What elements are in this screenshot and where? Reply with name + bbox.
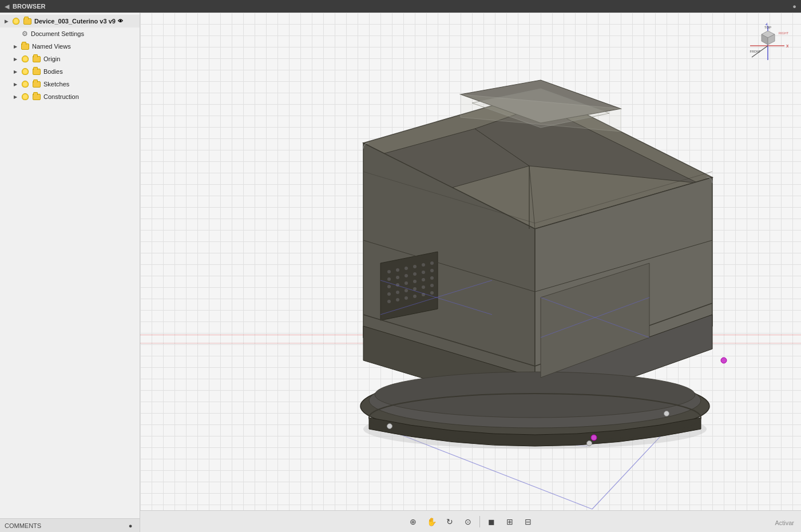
tree-folder-icon-named-views xyxy=(21,42,30,51)
gear-icon: ⚙ xyxy=(21,30,29,38)
tree-item-origin[interactable]: Origin xyxy=(0,53,140,65)
title-bar-close[interactable]: ● xyxy=(792,3,796,10)
tree-root-bulb-icon xyxy=(11,17,21,26)
browser-bottom-bar: COMMENTS ● xyxy=(0,518,140,532)
view-gizmo[interactable]: TOP RIGHT FRONT X Z xyxy=(747,23,788,64)
tree-label-document-settings: Document Settings xyxy=(31,30,84,37)
tree-label-bodies: Bodies xyxy=(43,68,63,75)
tree-item-named-views[interactable]: Named Views xyxy=(0,40,140,53)
tree-arrow-doc xyxy=(11,30,19,38)
tree-folder-icon-origin xyxy=(32,54,41,63)
toolbar-separator-1 xyxy=(479,516,480,527)
tree-bulb-icon-origin xyxy=(21,54,30,63)
tree-item-construction[interactable]: Construction xyxy=(0,90,140,103)
viewport-grid xyxy=(140,13,801,532)
tree-bulb-icon-construction xyxy=(21,92,30,101)
svg-text:TOP: TOP xyxy=(764,26,771,29)
tree-root-folder-icon xyxy=(23,17,32,26)
comments-label: COMMENTS xyxy=(5,522,41,529)
tree-arrow-bodies[interactable] xyxy=(11,68,19,76)
layout-button[interactable]: ⊟ xyxy=(520,514,536,530)
tree-item-bodies[interactable]: Bodies xyxy=(0,65,140,78)
title-bar-title: BROWSER xyxy=(13,3,45,10)
tree-bulb-icon-sketches xyxy=(21,80,30,89)
tree-label-origin: Origin xyxy=(43,55,60,62)
browser-title-bar: ◀ BROWSER ● xyxy=(0,0,801,13)
tree-folder-icon-sketches xyxy=(32,80,41,89)
svg-text:Z: Z xyxy=(766,23,768,26)
grid-button[interactable]: ⊞ xyxy=(502,514,518,530)
axis-horizontal xyxy=(140,335,801,335)
tree-label-named-views: Named Views xyxy=(32,43,71,50)
svg-text:RIGHT: RIGHT xyxy=(779,31,788,35)
viewport[interactable]: TOP RIGHT FRONT X Z ⊕ ✋ ↻ ⊙ ◼ ⊞ ⊟ Activa… xyxy=(140,13,801,532)
tree-arrow-origin[interactable] xyxy=(11,55,19,63)
main-layout: Device_003_Cuterino v3 v9 👁 ⚙ Document S… xyxy=(0,13,801,532)
activar-label: Activar xyxy=(775,519,794,526)
tree-item-document-settings[interactable]: ⚙ Document Settings xyxy=(0,27,140,40)
display-mode-button[interactable]: ◼ xyxy=(483,514,499,530)
svg-text:X: X xyxy=(786,44,788,48)
tree-item-sketches[interactable]: Sketches xyxy=(0,78,140,90)
tree-root-item[interactable]: Device_003_Cuterino v3 v9 👁 xyxy=(0,15,140,27)
browser-panel: Device_003_Cuterino v3 v9 👁 ⚙ Document S… xyxy=(0,13,140,532)
title-bar-arrow[interactable]: ◀ xyxy=(5,3,9,10)
tree-label-sketches: Sketches xyxy=(43,81,69,88)
orbit-button[interactable]: ↻ xyxy=(442,514,458,530)
pan-button[interactable]: ✋ xyxy=(423,514,439,530)
tree-root-label: Device_003_Cuterino v3 v9 xyxy=(34,18,116,25)
bottom-toolbar: ⊕ ✋ ↻ ⊙ ◼ ⊞ ⊟ xyxy=(140,510,801,532)
tree-root-arrow[interactable] xyxy=(2,17,10,25)
tree-arrow-sketches[interactable] xyxy=(11,80,19,88)
gizmo-svg: TOP RIGHT FRONT X Z xyxy=(747,23,788,64)
browser-tree: Device_003_Cuterino v3 v9 👁 ⚙ Document S… xyxy=(0,13,140,518)
tree-arrow-construction[interactable] xyxy=(11,93,19,101)
zoom-button[interactable]: ⊙ xyxy=(460,514,476,530)
tree-folder-icon-construction xyxy=(32,92,41,101)
tree-arrow-named-views[interactable] xyxy=(11,42,19,50)
tree-root-eye[interactable]: 👁 xyxy=(117,17,125,25)
comments-dot-btn[interactable]: ● xyxy=(126,521,135,530)
svg-text:FRONT: FRONT xyxy=(750,50,762,53)
tree-folder-icon-bodies xyxy=(32,67,41,76)
move-copy-button[interactable]: ⊕ xyxy=(405,514,421,530)
tree-bulb-icon-bodies xyxy=(21,67,30,76)
tree-label-construction: Construction xyxy=(43,93,79,100)
